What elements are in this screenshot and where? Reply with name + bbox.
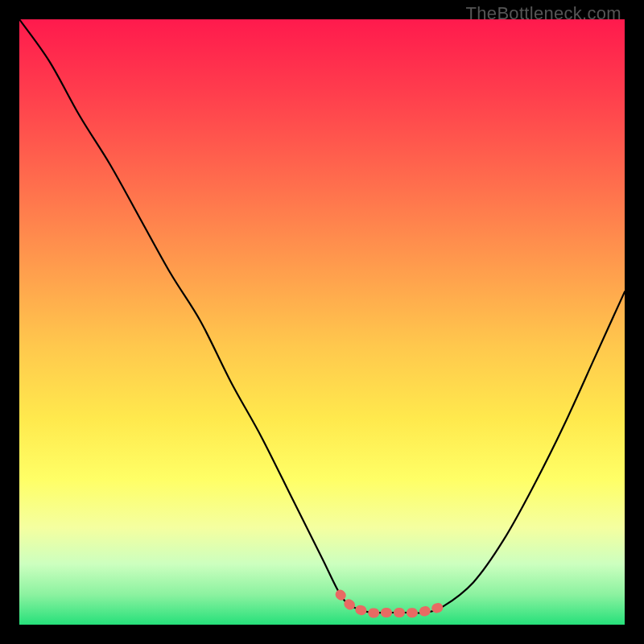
chart-svg: [19, 19, 625, 625]
chart-frame: TheBottleneck.com: [0, 0, 644, 644]
curve-line: [19, 19, 625, 613]
highlight-line: [341, 594, 444, 613]
plot-area: [19, 19, 625, 625]
